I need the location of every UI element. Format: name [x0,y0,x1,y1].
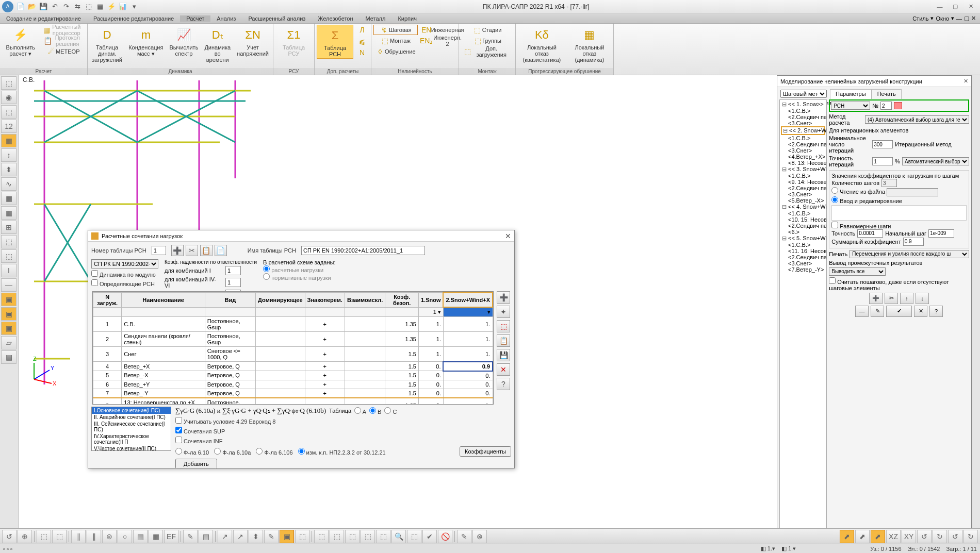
bb-22[interactable]: ⬚ [345,530,360,543]
menu-edit-ext[interactable]: Расширенное редактирование [87,15,180,22]
bb-r4[interactable]: ↻ [963,530,978,543]
menu-close[interactable]: ✕ [971,15,976,22]
bb-17[interactable]: ✎ [264,530,279,543]
bb-21[interactable]: ⬚ [330,530,344,543]
menu-calc[interactable]: Расчет [180,15,210,22]
n-button[interactable]: N [355,47,369,58]
menu-restore[interactable]: ▢ [964,15,969,22]
minimize-button[interactable]: — [933,2,947,12]
side-help[interactable]: ? [497,378,510,390]
rsn-table-button[interactable]: ΣТаблица РСН [317,25,353,59]
tool-2[interactable]: ◉ [1,91,17,104]
bb-10[interactable]: ▦ [149,530,163,543]
rsn-name-input[interactable] [301,246,425,255]
qat-save[interactable]: 💾 [38,2,48,12]
tool-15[interactable]: — [1,278,17,292]
bb-xy[interactable]: XY [902,530,916,543]
bb-3[interactable]: ⬚ [37,530,51,543]
btn-down[interactable]: ↓ [916,293,929,304]
dyn-table-button[interactable]: DТаблица динам. загружений [90,25,124,64]
bb-7[interactable]: ⊜ [102,530,117,543]
accuracy[interactable] [857,229,883,238]
rsn-number-input[interactable] [152,246,166,255]
local-fail-d-button[interactable]: ▦Локальный отказ (динамика) [568,25,611,64]
r-610[interactable] [175,448,182,455]
btn-plus[interactable]: ➕ [869,293,883,304]
dyn-time-button[interactable]: DₜДинамика во времени [202,25,233,64]
coef-1[interactable] [225,266,241,275]
bb-axis-1[interactable]: ⬈ [840,530,854,543]
bb-9[interactable]: ▦ [133,530,148,543]
bb-29[interactable]: ⊗ [472,530,487,543]
bb-18[interactable]: ▣ [280,530,294,543]
acc-iter[interactable] [872,157,893,165]
out-sel[interactable]: Выводить все [829,267,886,276]
btn-ok[interactable]: ✔ [886,306,912,317]
local-fail-q-button[interactable]: KδЛокальный отказ (квазистатика) [518,25,566,64]
r-610a[interactable] [214,448,221,455]
style-label[interactable]: Стиль [912,15,928,22]
qat-bolt[interactable]: ⚡ [106,2,117,12]
bb-8[interactable]: ○ [118,530,132,543]
add-button[interactable]: Добавить [175,459,217,469]
calc-method[interactable]: (4) Автоматический выбор шага для ге [865,115,969,124]
bb-20[interactable]: ⬚ [314,530,329,543]
sum-coef[interactable] [903,238,924,246]
bb-5[interactable]: ‖ [71,530,86,543]
add-table-button[interactable]: ➕ [171,245,184,256]
tool-1[interactable]: ⬚ [1,76,17,90]
assembly-button[interactable]: ⬚Монтаж [373,36,418,46]
rsn-num[interactable] [880,102,892,110]
init-step[interactable] [928,229,954,238]
tool-16[interactable]: ▣ [1,293,17,306]
menu-analysis[interactable]: Анализ [210,15,242,22]
collapse-button[interactable]: ◊Обрушение [373,46,418,57]
tab-print[interactable]: Печать [872,89,902,99]
menu-metal[interactable]: Металл [360,15,392,22]
history-tree[interactable]: << 1. Snow>><1.С.В.><2.Сендвич панел<3.С… [779,99,827,536]
r-edit[interactable] [831,196,838,203]
bb-r2[interactable]: ↻ [933,530,947,543]
r-6106[interactable] [256,448,263,455]
groups-button[interactable]: ⬚Группы [461,36,513,46]
btn-cut[interactable]: ✂ [885,293,898,304]
bb-zoom[interactable]: 🔍 [391,530,406,543]
tool-18[interactable]: ▣ [1,322,17,335]
coef-2[interactable] [225,278,241,287]
tool-7[interactable]: ⬍ [1,163,17,176]
menu-min[interactable]: — [956,15,962,22]
bb-1[interactable]: ↺ [2,530,17,543]
bb-15[interactable]: ↗ [233,530,248,543]
bb-13[interactable]: ▤ [199,530,213,543]
loads-table[interactable]: N загруж.НаименованиеВидДоминирующееЗнак… [92,291,494,405]
r-file[interactable] [831,187,838,194]
radio-norm-loads[interactable] [263,273,270,280]
tool-10[interactable]: ▦ [1,206,17,220]
print-sel[interactable]: Перемещения и усилия после каждого ш [850,250,969,258]
window-label[interactable]: Окно [936,15,949,22]
close-button[interactable]: ✕ [963,2,978,12]
qat-new[interactable]: 📄 [15,2,26,12]
step-button[interactable]: ↯Шаговая [373,25,418,35]
bb-24[interactable]: ⬚ [376,530,390,543]
qat-views[interactable]: ⬚ [84,2,94,12]
chk-uniform[interactable] [831,222,838,228]
meteor-button[interactable]: ☄МЕТЕОР [41,46,85,57]
btn-cancel[interactable]: ✕ [914,306,927,317]
tool-14[interactable]: I [1,264,17,277]
bb-xz[interactable]: XZ [886,530,901,543]
bb-axis-3[interactable]: ⬈ [871,530,885,543]
tool-20[interactable]: ▤ [1,350,17,364]
stages-button[interactable]: ⬚Стадии [461,25,513,35]
side-close[interactable]: ✕ [497,363,510,376]
r-c[interactable] [384,407,391,414]
tool-6[interactable]: ↕ [1,148,17,162]
bb-2[interactable]: ⊕ [18,530,32,543]
maximize-button[interactable]: ▢ [948,2,962,12]
btn-help[interactable]: ? [929,306,943,317]
btn-minus[interactable]: — [855,306,869,317]
tab-params[interactable]: Параметры [830,89,872,99]
rpanel-close[interactable]: ✕ [963,78,968,85]
cut-button[interactable]: ✂ [186,245,198,256]
bb-26[interactable]: ✔ [422,530,437,543]
